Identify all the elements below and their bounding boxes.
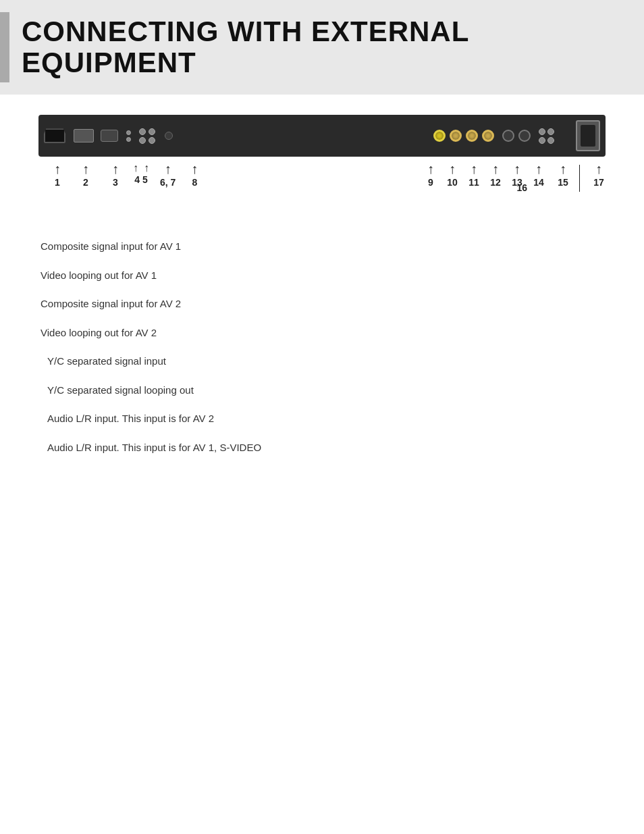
arrow-10: ↑ 10 [446,162,459,188]
vga-port [74,129,94,142]
rca-gold [450,130,462,142]
list-item: Video looping out for AV 1 [41,261,610,290]
label-16: 16 [516,182,527,193]
main-content: ↗ [0,115,644,462]
arrow-9: ↑ 9 [424,162,437,188]
connector-dots-1 [126,130,131,142]
rca-gold-3 [482,130,494,142]
list-item: Y/C separated signal looping out [41,376,610,405]
diagram-area: ↗ [34,115,610,192]
power-connector [576,120,600,151]
description-list: Composite signal input for AV 1 Video lo… [34,232,610,462]
hardware-panel [38,115,606,157]
connector-vga [74,129,94,142]
arrow-3: ↑ 3 [109,162,122,188]
connector-led [165,132,173,140]
hdmi-port [44,128,65,143]
rca-small-1 [139,128,146,135]
arrow-1: ↑ 1 [51,162,64,188]
connector-2x2 [539,128,554,144]
connector-db9 [101,130,118,142]
rca-small-2 [149,128,155,135]
page-header: CONNECTING WITH EXTERNAL EQUIPMENT [0,0,644,95]
rca-gold-2 [466,130,478,142]
block-dot-3 [539,137,545,144]
rca-group-colored [433,130,494,142]
list-item: Composite signal input for AV 1 [41,232,610,261]
rca-small-3 [139,137,146,144]
rca-yellow [433,130,446,142]
arrow-45-group: ↑ ↑ 4 5 [133,162,149,185]
divider-line [579,165,580,192]
rca-small-4 [149,137,155,144]
db9-port [101,130,118,142]
power-inner [581,125,595,147]
arrow-8: ↑ 8 [188,162,201,188]
hollow-2 [518,130,531,142]
arrow-67: ↑ 6, 7 [160,162,176,188]
list-item: Audio L/R input. This input is for AV 2 [41,405,610,434]
led-button [165,132,173,140]
arrow-11: ↑ 11 [467,162,481,188]
list-item: Audio L/R input. This input is for AV 1,… [41,434,610,463]
list-item: Video looping out for AV 2 [41,319,610,348]
dot-2 [126,137,131,142]
page-title: CONNECTING WITH EXTERNAL EQUIPMENT [22,12,469,82]
hollow-1 [502,130,514,142]
connector-rca-top [139,128,155,144]
header-accent-bar [0,12,9,82]
block-dot-2 [547,128,554,135]
arrow-15: ↑ 15 [556,162,570,188]
dot-1 [126,130,131,135]
arrow-12: ↑ 12 [489,162,502,188]
list-item: Y/C separated signal input [41,347,610,376]
connector-hdmi [44,128,65,143]
list-item: Composite signal input for AV 2 [41,290,610,319]
arrow-2: ↑ 2 [79,162,92,188]
arrow-14: ↑ 14 [532,162,545,188]
block-dot-4 [547,137,554,144]
arrow-17: ↑ 17 [592,162,606,188]
connectors-hollow [502,130,531,142]
arrows-9-14: ↑ 9 ↑ 10 ↑ 11 ↑ 12 [424,162,545,188]
block-dot-1 [539,128,545,135]
